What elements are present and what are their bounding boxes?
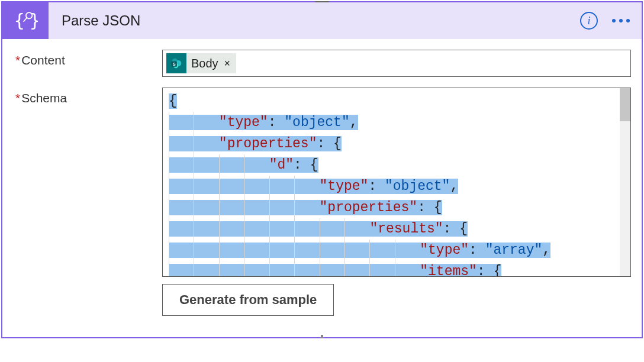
parse-json-icon: { } [2, 2, 49, 39]
schema-scrollbar[interactable] [620, 88, 630, 276]
more-menu-icon[interactable] [612, 19, 630, 22]
schema-label: *Schema [15, 88, 162, 105]
content-label: *Content [15, 50, 162, 67]
card-body: *Content S Bod [2, 39, 642, 337]
generate-from-sample-button[interactable]: Generate from sample [162, 284, 334, 316]
svg-text:S: S [173, 62, 176, 67]
card-header: { } Parse JSON i [2, 2, 642, 39]
body-token-label: Body [191, 57, 223, 70]
connector-line-bottom [321, 335, 323, 338]
svg-rect-10 [321, 335, 323, 338]
card-title: Parse JSON [49, 12, 580, 29]
remove-token-icon[interactable]: × [223, 57, 237, 70]
content-input[interactable]: S Body × [162, 50, 631, 77]
info-icon[interactable]: i [580, 12, 598, 30]
sharepoint-icon: S [166, 53, 186, 73]
schema-code[interactable]: { "type": "object", "properties": { "d":… [163, 88, 630, 277]
schema-scrollbar-thumb[interactable] [620, 88, 630, 121]
schema-input[interactable]: { "type": "object", "properties": { "d":… [162, 88, 631, 277]
svg-text:{: { [14, 10, 25, 31]
body-token[interactable]: S Body × [166, 53, 236, 73]
parse-json-card: { } Parse JSON i *Content [1, 1, 643, 338]
